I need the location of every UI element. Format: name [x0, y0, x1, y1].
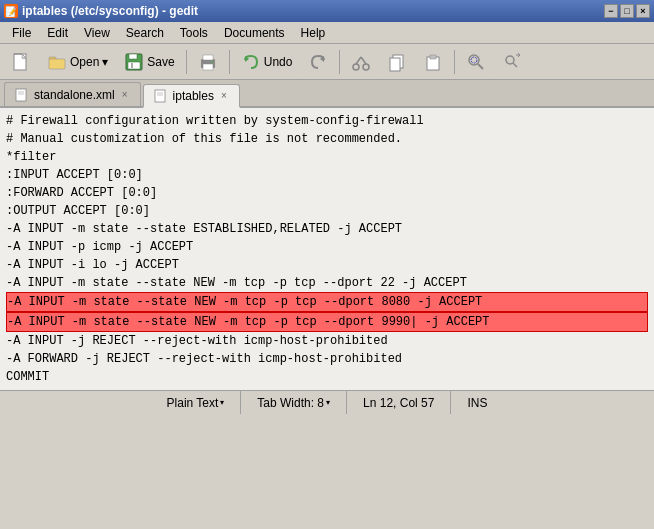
menu-view[interactable]: View: [76, 24, 118, 42]
tabwidth-dropdown[interactable]: Tab Width: 8 ▾: [257, 396, 330, 410]
tabwidth-label: Tab Width: 8: [257, 396, 324, 410]
copy-icon: [387, 52, 407, 72]
open-label: Open: [70, 55, 99, 69]
svg-point-28: [506, 56, 514, 64]
cut-button[interactable]: [344, 48, 378, 76]
tab-standalone-xml[interactable]: standalone.xml ×: [4, 82, 141, 106]
svg-rect-8: [129, 54, 137, 59]
svg-rect-10: [131, 63, 133, 68]
editor-line: COMMIT: [6, 368, 648, 386]
paste-icon: [423, 52, 443, 72]
save-button[interactable]: Save: [117, 48, 181, 76]
svg-rect-12: [203, 55, 213, 60]
tab-close-iptables[interactable]: ×: [219, 90, 229, 101]
search-button[interactable]: [459, 48, 493, 76]
close-button[interactable]: ×: [636, 4, 650, 18]
editor-line: -A INPUT -j REJECT --reject-with icmp-ho…: [6, 332, 648, 350]
svg-rect-30: [16, 89, 26, 101]
language-label: Plain Text: [167, 396, 219, 410]
svg-point-17: [353, 64, 359, 70]
editor-line-highlighted: -A INPUT -m state --state NEW -m tcp -p …: [6, 292, 648, 312]
print-icon: [198, 52, 218, 72]
svg-rect-14: [211, 61, 213, 63]
editor-area[interactable]: # Firewall configuration written by syst…: [0, 108, 654, 390]
tab-close-standalone[interactable]: ×: [120, 89, 130, 100]
paste-button[interactable]: [416, 48, 450, 76]
editor-line: :FORWARD ACCEPT [0:0]: [6, 184, 648, 202]
undo-label: Undo: [264, 55, 293, 69]
editor-line: :OUTPUT ACCEPT [0:0]: [6, 202, 648, 220]
minimize-button[interactable]: −: [604, 4, 618, 18]
save-label: Save: [147, 55, 174, 69]
open-icon: [47, 52, 67, 72]
language-chevron: ▾: [220, 398, 224, 407]
svg-rect-9: [128, 62, 140, 69]
tab-iptables[interactable]: iptables ×: [143, 84, 240, 108]
toolbar: Open ▾ Save Undo: [0, 44, 654, 80]
editor-line: -A INPUT -m state --state ESTABLISHED,RE…: [6, 220, 648, 238]
replace-icon: [502, 52, 522, 72]
status-bar: Plain Text ▾ Tab Width: 8 ▾ Ln 12, Col 5…: [0, 390, 654, 414]
new-button[interactable]: [4, 48, 38, 76]
tab-bar: standalone.xml × iptables ×: [0, 80, 654, 108]
search-icon: [466, 52, 486, 72]
cut-icon: [351, 52, 371, 72]
redo-button[interactable]: [301, 48, 335, 76]
menu-search[interactable]: Search: [118, 24, 172, 42]
svg-line-26: [478, 64, 483, 69]
menu-help[interactable]: Help: [293, 24, 334, 42]
window-title: iptables (/etc/sysconfig) - gedit: [22, 4, 198, 18]
tab-label-standalone: standalone.xml: [34, 88, 115, 102]
copy-button[interactable]: [380, 48, 414, 76]
file-icon-standalone: [15, 88, 29, 102]
menu-bar: File Edit View Search Tools Documents He…: [0, 22, 654, 44]
svg-rect-33: [155, 90, 165, 102]
editor-line: :INPUT ACCEPT [0:0]: [6, 166, 648, 184]
menu-file[interactable]: File: [4, 24, 39, 42]
editor-line-highlighted: -A INPUT -m state --state NEW -m tcp -p …: [6, 312, 648, 332]
tabwidth-section[interactable]: Tab Width: 8 ▾: [241, 391, 347, 414]
editor-line: -A FORWARD -j REJECT --reject-with icmp-…: [6, 350, 648, 368]
svg-rect-13: [203, 64, 213, 70]
editor-line: # Manual customization of this file is n…: [6, 130, 648, 148]
new-icon: [11, 52, 31, 72]
svg-line-19: [356, 57, 361, 64]
toolbar-separator-4: [454, 50, 455, 74]
file-icon-iptables: [154, 89, 168, 103]
editor-content[interactable]: # Firewall configuration written by syst…: [0, 108, 654, 390]
editor-line: -A INPUT -p icmp -j ACCEPT: [6, 238, 648, 256]
open-button[interactable]: Open ▾: [40, 48, 115, 76]
svg-rect-6: [49, 59, 65, 69]
language-dropdown[interactable]: Plain Text ▾: [167, 396, 225, 410]
replace-button[interactable]: [495, 48, 529, 76]
window-controls[interactable]: − □ ×: [604, 4, 650, 18]
redo-icon: [308, 52, 328, 72]
tab-label-iptables: iptables: [173, 89, 214, 103]
maximize-button[interactable]: □: [620, 4, 634, 18]
toolbar-separator-3: [339, 50, 340, 74]
cursor-section: Ln 12, Col 57: [347, 391, 451, 414]
cursor-position: Ln 12, Col 57: [363, 396, 434, 410]
open-dropdown-icon: ▾: [102, 55, 108, 69]
svg-line-29: [513, 63, 517, 67]
editor-line: *filter: [6, 148, 648, 166]
svg-point-27: [471, 57, 477, 63]
insert-mode: INS: [467, 396, 487, 410]
language-section[interactable]: Plain Text ▾: [151, 391, 242, 414]
menu-documents[interactable]: Documents: [216, 24, 293, 42]
toolbar-separator-2: [229, 50, 230, 74]
svg-point-18: [363, 64, 369, 70]
menu-tools[interactable]: Tools: [172, 24, 216, 42]
undo-icon: [241, 52, 261, 72]
editor-line: # Firewall configuration written by syst…: [6, 112, 648, 130]
menu-edit[interactable]: Edit: [39, 24, 76, 42]
title-bar: 📝 iptables (/etc/sysconfig) - gedit − □ …: [0, 0, 654, 22]
app-icon: 📝: [4, 4, 18, 18]
mode-section: INS: [451, 391, 503, 414]
print-button[interactable]: [191, 48, 225, 76]
tabwidth-chevron: ▾: [326, 398, 330, 407]
svg-line-20: [361, 57, 366, 64]
svg-rect-22: [390, 58, 400, 71]
undo-button[interactable]: Undo: [234, 48, 300, 76]
editor-line: -A INPUT -m state --state NEW -m tcp -p …: [6, 274, 648, 292]
